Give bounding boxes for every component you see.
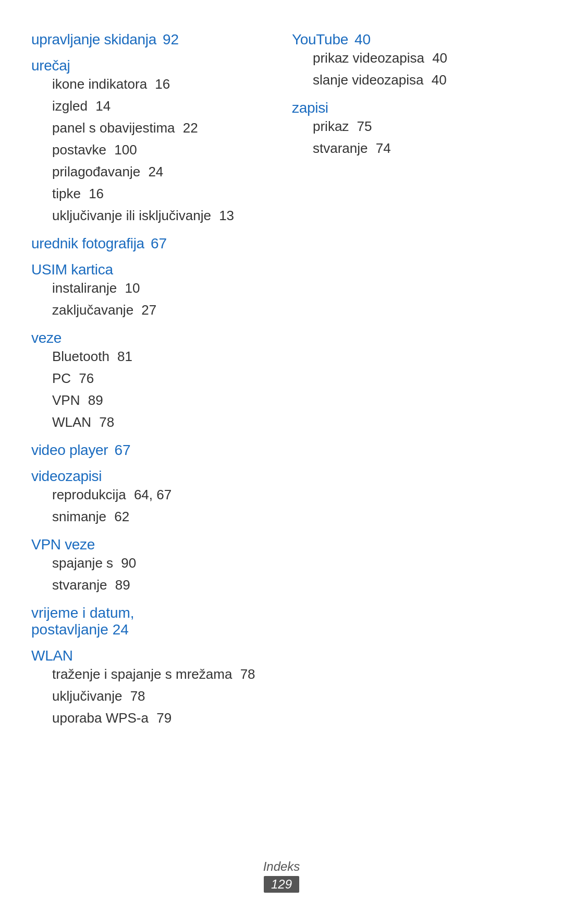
index-entry: VPN vezespajanje s 90stvaranje 89 xyxy=(31,536,271,595)
subitem-label: uključivanje xyxy=(52,688,122,704)
page-footer: Indeks 129 xyxy=(0,859,563,893)
index-subitem: prikaz videozapisa 40 xyxy=(292,48,532,68)
subitem-page: 78 xyxy=(130,688,145,704)
index-entry: vrijeme i datum,postavljanje 24 xyxy=(31,605,271,638)
index-heading-line: vrijeme i datum,postavljanje 24 xyxy=(31,605,271,638)
subitem-label: ikone indikatora xyxy=(52,76,147,92)
index-subitem: spajanje s 90 xyxy=(31,553,271,573)
footer-page-number: 129 xyxy=(264,876,299,893)
index-entry: zapisiprikaz 75stvaranje 74 xyxy=(292,100,532,159)
subitem-label: postavke xyxy=(52,142,106,158)
subitem-page: 64, 67 xyxy=(134,487,172,502)
index-heading-line: zapisi xyxy=(292,100,532,116)
index-heading-line: video player67 xyxy=(31,442,271,459)
index-heading: WLAN xyxy=(31,647,73,664)
index-entry: urednik fotografija67 xyxy=(31,235,271,252)
subitem-page: 16 xyxy=(89,186,104,201)
index-heading-page: 67 xyxy=(114,442,130,458)
subitem-page: 27 xyxy=(141,302,156,318)
subitem-label: izgled xyxy=(52,98,88,114)
index-subitem: slanje videozapisa 40 xyxy=(292,70,532,90)
index-subitem: uporaba WPS-a 79 xyxy=(31,708,271,728)
index-entry: USIM karticainstaliranje 10zaključavanje… xyxy=(31,261,271,320)
index-heading-line: videozapisi xyxy=(31,468,271,485)
index-subitem: izgled 14 xyxy=(31,96,271,116)
index-subitem: VPN 89 xyxy=(31,390,271,411)
subitem-page: 89 xyxy=(88,392,103,408)
index-heading-line: upravljanje skidanja92 xyxy=(31,31,271,48)
subitem-label: zaključavanje xyxy=(52,302,133,318)
subitem-label: WLAN xyxy=(52,414,91,430)
index-heading: zapisi xyxy=(292,100,328,116)
index-entry: videozapisireprodukcija 64, 67snimanje 6… xyxy=(31,468,271,527)
subitem-label: snimanje xyxy=(52,509,106,524)
subitem-label: uključivanje ili isključivanje xyxy=(52,208,211,223)
subitem-page: 78 xyxy=(240,666,255,682)
index-entry: YouTube40prikaz videozapisa 40slanje vid… xyxy=(292,31,532,90)
index-subitem: stvaranje 89 xyxy=(31,575,271,595)
index-heading-page: 40 xyxy=(354,31,371,47)
footer-label: Indeks xyxy=(0,859,563,874)
index-heading-line: YouTube40 xyxy=(292,31,532,48)
subitem-label: instaliranje xyxy=(52,280,117,296)
index-subitem: uključivanje ili isključivanje 13 xyxy=(31,206,271,226)
subitem-label: stvaranje xyxy=(52,577,107,593)
subitem-page: 89 xyxy=(115,577,130,593)
subitem-label: prikaz xyxy=(313,118,349,134)
index-heading-line: WLAN xyxy=(31,647,271,664)
index-entry: video player67 xyxy=(31,442,271,459)
subitem-page: 79 xyxy=(156,710,172,726)
subitem-page: 10 xyxy=(125,280,140,296)
index-heading: vrijeme i datum, xyxy=(31,605,271,621)
index-heading: USIM kartica xyxy=(31,261,113,278)
index-heading: videozapisi xyxy=(31,468,102,484)
index-heading: YouTube xyxy=(292,31,348,47)
index-heading-line: urednik fotografija67 xyxy=(31,235,271,252)
subitem-page: 75 xyxy=(357,118,372,134)
subitem-page: 90 xyxy=(121,555,136,571)
subitem-label: VPN xyxy=(52,392,80,408)
subitem-page: 78 xyxy=(99,414,114,430)
subitem-label: prikaz videozapisa xyxy=(313,50,424,66)
subitem-page: 40 xyxy=(432,50,447,66)
subitem-label: panel s obavijestima xyxy=(52,120,175,136)
subitem-label: tipke xyxy=(52,186,81,201)
subitem-label: spajanje s xyxy=(52,555,113,571)
index-entry: urečajikone indikatora 16izgled 14panel … xyxy=(31,57,271,226)
index-heading-page: 67 xyxy=(151,235,167,251)
index-heading: VPN veze xyxy=(31,536,95,553)
subitem-label: prilagođavanje xyxy=(52,164,140,179)
index-subitem: instaliranje 10 xyxy=(31,278,271,298)
index-subitem: stvaranje 74 xyxy=(292,138,532,159)
subitem-label: uporaba WPS-a xyxy=(52,710,149,726)
index-subitem: uključivanje 78 xyxy=(31,686,271,706)
subitem-label: Bluetooth xyxy=(52,349,109,364)
index-heading-line: USIM kartica xyxy=(31,261,271,278)
index-subitem: prikaz 75 xyxy=(292,116,532,137)
index-subitem: traženje i spajanje s mrežama 78 xyxy=(31,664,271,685)
subitem-label: stvaranje xyxy=(313,140,368,156)
subitem-label: PC xyxy=(52,370,71,386)
index-subitem: ikone indikatora 16 xyxy=(31,74,271,94)
subitem-page: 74 xyxy=(376,140,391,156)
index-entry: upravljanje skidanja92 xyxy=(31,31,271,48)
left-column: upravljanje skidanja92urečajikone indika… xyxy=(31,31,282,738)
index-subitem: snimanje 62 xyxy=(31,507,271,527)
subitem-label: slanje videozapisa xyxy=(313,72,423,88)
index-subitem: panel s obavijestima 22 xyxy=(31,118,271,138)
index-heading: video player xyxy=(31,442,108,458)
index-heading-line: veze xyxy=(31,330,271,346)
index-heading: veze xyxy=(31,330,62,346)
right-column: YouTube40prikaz videozapisa 40slanje vid… xyxy=(282,31,532,738)
subitem-page: 16 xyxy=(155,76,170,92)
index-heading: urečaj xyxy=(31,57,70,74)
subitem-page: 62 xyxy=(114,509,129,524)
index-heading-line: urečaj xyxy=(31,57,271,74)
subitem-page: 13 xyxy=(219,208,234,223)
index-heading-page: 92 xyxy=(163,31,179,47)
index-subitem: PC 76 xyxy=(31,368,271,389)
index-heading: urednik fotografija xyxy=(31,235,144,251)
index-heading-continued: postavljanje 24 xyxy=(31,621,271,638)
index-subitem: prilagođavanje 24 xyxy=(31,162,271,182)
subitem-page: 100 xyxy=(114,142,137,158)
